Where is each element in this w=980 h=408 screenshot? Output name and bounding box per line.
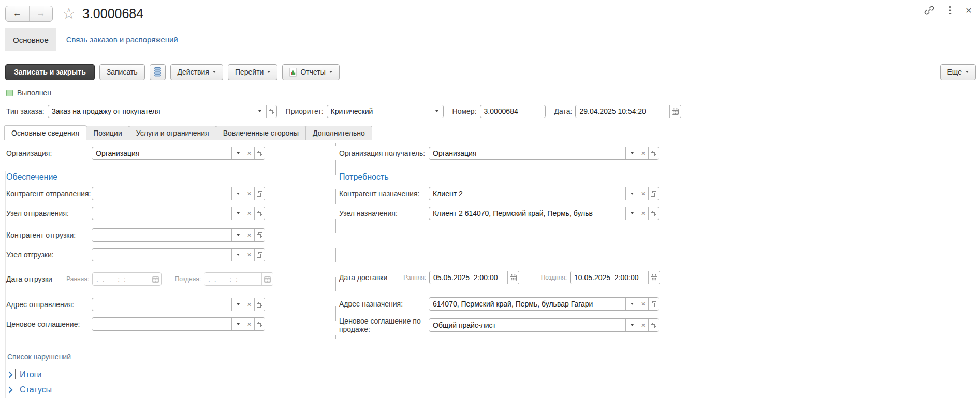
tab-main-info[interactable]: Основные сведения — [4, 125, 86, 140]
shipping-node-input[interactable] — [92, 249, 231, 261]
shipping-date-early-input[interactable] — [93, 273, 150, 285]
tab-main[interactable]: Основное — [5, 28, 56, 51]
statuses-group-toggle[interactable]: Статусы — [6, 385, 335, 395]
close-icon[interactable]: × — [966, 5, 972, 16]
sender-address-input[interactable] — [92, 298, 231, 311]
dropdown-button[interactable] — [231, 229, 244, 241]
open-button[interactable] — [648, 187, 659, 200]
completed-checkbox[interactable] — [6, 90, 13, 96]
clear-button[interactable]: × — [638, 187, 648, 200]
clear-button[interactable]: × — [638, 147, 648, 159]
dropdown-button[interactable] — [625, 298, 638, 310]
clear-button[interactable]: × — [638, 319, 648, 331]
order-type-dropdown-button[interactable] — [254, 105, 266, 118]
dropdown-button[interactable] — [625, 319, 638, 331]
destination-address-input[interactable] — [429, 298, 625, 310]
tab-services[interactable]: Услуги и ограничения — [129, 126, 216, 140]
more-button[interactable]: Еще — [940, 64, 976, 80]
shipping-date-late-input[interactable] — [204, 273, 261, 285]
destination-node-input[interactable] — [429, 207, 625, 220]
delivery-date-late-field — [570, 271, 660, 284]
save-button[interactable]: Записать — [99, 64, 145, 80]
delivery-date-late-input[interactable] — [571, 271, 648, 284]
navigate-label: Перейти — [235, 68, 264, 76]
open-button[interactable] — [254, 318, 265, 330]
back-arrow-icon: ← — [13, 8, 22, 19]
sender-node-input[interactable] — [92, 207, 231, 220]
tab-positions[interactable]: Позиции — [86, 126, 129, 140]
clear-x-icon: × — [247, 320, 251, 328]
open-button[interactable] — [648, 207, 659, 220]
dropdown-button[interactable] — [231, 187, 244, 200]
open-object-icon — [651, 323, 656, 328]
org-dropdown-button[interactable] — [231, 147, 244, 159]
priority-input[interactable] — [327, 105, 431, 118]
open-button[interactable] — [254, 187, 265, 200]
actions-dropdown-button[interactable]: Действия — [170, 64, 223, 80]
calendar-button[interactable] — [507, 271, 519, 284]
get-link-icon[interactable] — [924, 5, 935, 16]
order-type-input[interactable] — [48, 105, 254, 118]
org-clear-button[interactable]: × — [244, 147, 254, 159]
org-receiver-input[interactable] — [429, 147, 625, 159]
navigate-dropdown-button[interactable]: Перейти — [228, 64, 277, 80]
dropdown-button[interactable] — [231, 207, 244, 220]
open-button[interactable] — [648, 319, 659, 331]
open-button[interactable] — [648, 298, 659, 310]
sales-price-agreement-input[interactable] — [429, 319, 625, 331]
totals-group-toggle[interactable]: Итоги — [6, 370, 335, 380]
calendar-icon — [152, 276, 159, 283]
structure-button[interactable] — [150, 64, 166, 80]
clear-button[interactable]: × — [244, 298, 254, 311]
clear-button[interactable]: × — [244, 207, 254, 220]
priority-dropdown-button[interactable] — [431, 105, 443, 118]
delivery-date-early-input[interactable] — [430, 271, 507, 284]
date-input[interactable] — [576, 105, 669, 118]
dropdown-button[interactable] — [231, 318, 244, 330]
field-row-destination-address: Адрес назначения: × — [339, 297, 980, 311]
open-button[interactable] — [254, 249, 265, 261]
tab-additional[interactable]: Дополнительно — [305, 126, 372, 140]
field-row-price-agreement: Ценовое соглашение: × — [6, 317, 335, 331]
price-agreement-input[interactable] — [92, 318, 231, 330]
calendar-button[interactable] — [261, 273, 273, 285]
calendar-button[interactable] — [648, 271, 660, 284]
date-calendar-button[interactable] — [669, 105, 681, 118]
dropdown-button[interactable] — [625, 147, 638, 159]
number-input[interactable] — [480, 105, 546, 118]
destination-counterparty-input[interactable] — [429, 187, 625, 200]
shipping-counterparty-input[interactable] — [92, 229, 231, 241]
dropdown-button[interactable] — [231, 249, 244, 261]
clear-button[interactable]: × — [244, 318, 254, 330]
chevron-down-icon — [237, 212, 240, 214]
more-menu-kebab-icon[interactable] — [949, 6, 952, 15]
chevron-down-icon — [966, 71, 969, 73]
clear-button[interactable]: × — [244, 249, 254, 261]
open-button[interactable] — [254, 229, 265, 241]
org-open-button[interactable] — [254, 147, 265, 159]
favorite-star-icon[interactable]: ☆ — [62, 6, 76, 21]
forward-button[interactable]: → — [29, 6, 52, 21]
chevron-down-icon — [237, 234, 240, 236]
calendar-button[interactable] — [150, 273, 161, 285]
open-button[interactable] — [254, 298, 265, 311]
org-input[interactable] — [92, 147, 231, 159]
dropdown-button[interactable] — [625, 207, 638, 220]
open-button[interactable] — [254, 207, 265, 220]
delivery-date-row: Дата доставки Ранняя: Поздняя: — [339, 271, 980, 284]
dropdown-button[interactable] — [625, 187, 638, 200]
sender-counterparty-input[interactable] — [92, 187, 231, 200]
clear-button[interactable]: × — [638, 298, 648, 310]
tab-parties[interactable]: Вовлеченные стороны — [216, 126, 306, 140]
clear-button[interactable]: × — [244, 187, 254, 200]
dropdown-button[interactable] — [231, 298, 244, 311]
save-and-close-button[interactable]: Записать и закрыть — [5, 64, 95, 80]
reports-dropdown-button[interactable]: Отчеты — [282, 64, 339, 80]
tab-order-links[interactable]: Связь заказов и распоряжений — [66, 35, 178, 45]
back-button[interactable]: ← — [6, 6, 29, 21]
violations-link[interactable]: Список нарушений — [7, 353, 71, 361]
order-type-open-button[interactable] — [266, 105, 276, 118]
clear-button[interactable]: × — [244, 229, 254, 241]
clear-button[interactable]: × — [638, 207, 648, 220]
open-button[interactable] — [648, 147, 659, 159]
